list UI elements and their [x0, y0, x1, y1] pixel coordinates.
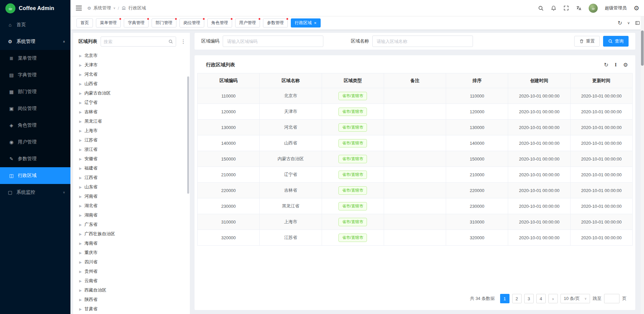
page-number-button[interactable]: 1: [500, 294, 509, 303]
tree-item[interactable]: ▶ 安徽省: [76, 154, 190, 164]
tab[interactable]: 菜单管理 ×: [96, 18, 121, 27]
tree-item[interactable]: ▶ 江苏省: [76, 135, 190, 145]
expand-caret-icon[interactable]: ▶: [79, 232, 82, 236]
tree-item[interactable]: ▶ 上海市: [76, 126, 190, 135]
table-column-header[interactable]: 更新时间: [570, 73, 632, 88]
region-name-input[interactable]: [372, 36, 473, 47]
expand-caret-icon[interactable]: ▶: [79, 242, 82, 245]
tree-item[interactable]: ▶ 内蒙古自治区: [76, 88, 190, 98]
expand-caret-icon[interactable]: ▶: [79, 279, 82, 283]
sidebar-subitem[interactable]: ✎ 参数管理: [0, 150, 70, 167]
search-icon[interactable]: [168, 39, 173, 44]
table-column-header[interactable]: 区域类型: [322, 73, 384, 88]
tree-item[interactable]: ▶ 湖南省: [76, 210, 190, 220]
expand-caret-icon[interactable]: ▶: [79, 73, 82, 76]
expand-caret-icon[interactable]: ▶: [79, 307, 82, 311]
layout-panel-icon[interactable]: [635, 20, 640, 25]
table-column-header[interactable]: 备注: [384, 73, 446, 88]
table-row[interactable]: 110000 北京市 省市/直辖市 110000 2020-10-01 00:0…: [198, 88, 633, 104]
tab[interactable]: 首页 ×: [76, 18, 93, 27]
expand-caret-icon[interactable]: ▶: [79, 270, 82, 273]
tree-item[interactable]: ▶ 辽宁省: [76, 98, 190, 107]
expand-caret-icon[interactable]: ▶: [79, 185, 82, 189]
expand-caret-icon[interactable]: ▶: [79, 260, 82, 264]
expand-caret-icon[interactable]: ▶: [79, 298, 82, 302]
expand-caret-icon[interactable]: ▶: [79, 101, 82, 105]
expand-caret-icon[interactable]: ▶: [79, 289, 82, 292]
tree-item[interactable]: ▶ 山东省: [76, 182, 190, 192]
tab[interactable]: 用户管理 ×: [235, 18, 260, 27]
tree-item[interactable]: ▶ 河北省: [76, 70, 190, 79]
tree-item[interactable]: ▶ 云南省: [76, 276, 190, 286]
expand-caret-icon[interactable]: ▶: [79, 148, 82, 151]
refresh-icon[interactable]: ↻: [604, 62, 608, 68]
table-row[interactable]: 210000 辽宁省 省市/直辖市 210000 2020-10-01 00:0…: [198, 167, 633, 183]
sidebar-subitem[interactable]: ≣ 菜单管理: [0, 50, 70, 67]
tab[interactable]: 部门管理 ×: [152, 18, 176, 27]
density-icon[interactable]: I: [615, 62, 617, 68]
expand-caret-icon[interactable]: ▶: [79, 54, 82, 58]
expand-caret-icon[interactable]: ▶: [79, 167, 82, 170]
settings-gear-icon[interactable]: ⚙: [634, 5, 639, 11]
table-row[interactable]: 230000 黑龙江省 省市/直辖市 230000 2020-10-01 00:…: [198, 198, 633, 214]
sidebar-group-system[interactable]: ⚙ 系统管理 ∧: [0, 33, 70, 50]
next-page-button[interactable]: ›: [548, 294, 558, 303]
expand-caret-icon[interactable]: ▶: [79, 110, 82, 114]
bell-icon[interactable]: [551, 5, 556, 11]
translate-icon[interactable]: [576, 5, 582, 11]
table-row[interactable]: 320000 江苏省 省市/直辖市 320000 2020-10-01 00:0…: [198, 230, 633, 246]
sidebar-group-monitor[interactable]: ▢ 系统监控 ∨: [0, 184, 70, 201]
tree-item[interactable]: ▶ 重庆市: [76, 248, 190, 257]
user-name[interactable]: 超级管理员: [605, 5, 627, 11]
app-logo[interactable]: ☕ Coffee Admin: [0, 0, 70, 16]
page-number-button[interactable]: 4: [536, 294, 546, 303]
expand-caret-icon[interactable]: ▶: [79, 204, 82, 208]
table-row[interactable]: 130000 河北省 省市/直辖市 130000 2020-10-01 00:0…: [198, 120, 633, 135]
expand-caret-icon[interactable]: ▶: [79, 129, 82, 133]
page-scrollbar[interactable]: [641, 16, 644, 314]
table-row[interactable]: 120000 天津市 省市/直辖市 120000 2020-10-01 00:0…: [198, 104, 633, 120]
region-code-input[interactable]: [223, 36, 323, 47]
expand-caret-icon[interactable]: ▶: [79, 251, 82, 255]
expand-caret-icon[interactable]: ▶: [79, 195, 82, 198]
expand-caret-icon[interactable]: ▶: [79, 213, 82, 217]
table-row[interactable]: 140000 山西省 省市/直辖市 140000 2020-10-01 00:0…: [198, 135, 633, 151]
expand-caret-icon[interactable]: ▶: [79, 120, 82, 123]
tree-scrollbar-thumb[interactable]: [187, 76, 189, 194]
tab[interactable]: 参数管理 ×: [263, 18, 288, 27]
tree-item[interactable]: ▶ 吉林省: [76, 107, 190, 117]
tree-item[interactable]: ▶ 甘肃省: [76, 304, 190, 314]
region-search-input[interactable]: [104, 39, 168, 44]
fullscreen-icon[interactable]: [564, 5, 569, 11]
tree-item[interactable]: ▶ 北京市: [76, 51, 190, 60]
search-icon[interactable]: [538, 5, 544, 11]
expand-caret-icon[interactable]: ▶: [79, 82, 82, 86]
sidebar-subitem[interactable]: ▣ 岗位管理: [0, 100, 70, 117]
tree-item[interactable]: ▶ 河南省: [76, 192, 190, 201]
tree-item[interactable]: ▶ 江西省: [76, 173, 190, 182]
sidebar-item-home[interactable]: ⌂ 首页: [0, 16, 70, 33]
sidebar-subitem[interactable]: ▦ 部门管理: [0, 83, 70, 100]
sidebar-subitem[interactable]: ◈ 角色管理: [0, 117, 70, 134]
table-row[interactable]: 310000 上海市 省市/直辖市 310000 2020-10-01 00:0…: [198, 214, 633, 230]
expand-caret-icon[interactable]: ▶: [79, 157, 82, 161]
tab[interactable]: 行政区域 ×: [291, 18, 321, 27]
tab[interactable]: 字典管理 ×: [124, 18, 149, 27]
chevron-down-icon[interactable]: ∨: [627, 21, 630, 25]
column-settings-gear-icon[interactable]: ⚙: [623, 62, 628, 68]
expand-caret-icon[interactable]: ▶: [79, 63, 82, 67]
jump-page-input[interactable]: [604, 294, 620, 303]
sidebar-subitem[interactable]: ◫ 行政区域: [0, 167, 70, 184]
tree-item[interactable]: ▶ 陕西省: [76, 295, 190, 304]
table-column-header[interactable]: 排序: [446, 73, 508, 88]
table-row[interactable]: 220000 吉林省 省市/直辖市 220000 2020-10-01 00:0…: [198, 183, 633, 198]
page-number-button[interactable]: 2: [512, 294, 522, 303]
expand-caret-icon[interactable]: ▶: [79, 223, 82, 227]
tree-item[interactable]: ▶ 山西省: [76, 79, 190, 88]
table-row[interactable]: 150000 内蒙古自治区 省市/直辖市 150000 2020-10-01 0…: [198, 151, 633, 167]
table-column-header[interactable]: 区域编码: [198, 73, 260, 88]
sidebar-subitem[interactable]: ▤ 字典管理: [0, 67, 70, 83]
table-column-header[interactable]: 区域名称: [260, 73, 322, 88]
tree-item[interactable]: ▶ 海南省: [76, 239, 190, 248]
refresh-tabs-icon[interactable]: ↻: [618, 20, 622, 26]
